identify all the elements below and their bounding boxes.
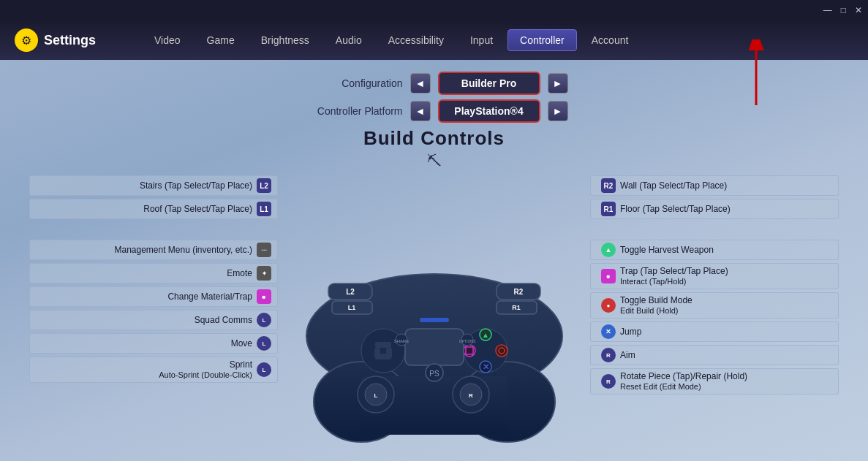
move-label: Move <box>231 338 252 348</box>
r3-badge-rotate: R <box>601 374 616 389</box>
svg-rect-17 <box>374 348 380 358</box>
header: ⚙ Settings Video Game Brightness Audio A… <box>0 20 868 60</box>
left-control-stairs: Stairs (Tap Select/Tap Place) L2 <box>29 175 278 196</box>
jump-label: Jump <box>620 327 641 337</box>
nav-account[interactable]: Account <box>580 30 641 50</box>
trap-label: Trap (Tap Select/Tap Place)Interact (Tap… <box>620 266 728 286</box>
minimize-button[interactable]: — <box>823 6 832 15</box>
left-control-squad: Squad Comms L <box>29 310 278 330</box>
svg-text:L: L <box>374 392 377 399</box>
svg-rect-18 <box>386 348 392 358</box>
triangle-badge: ▲ <box>601 243 616 257</box>
right-control-trap: ■ Trap (Tap Select/Tap Place)Interact (T… <box>590 263 839 289</box>
nav-video[interactable]: Video <box>143 30 192 50</box>
left-controls: Stairs (Tap Select/Tap Place) L2 Roof (T… <box>29 175 278 386</box>
right-controls: R2 Wall (Tap Select/Tap Place) R1 Floor … <box>590 175 839 397</box>
svg-text:R1: R1 <box>512 304 521 311</box>
svg-text:SHARE: SHARE <box>393 339 409 343</box>
material-label: Change Material/Trap <box>167 292 252 302</box>
left-control-move: Move L <box>29 333 278 354</box>
svg-text:▲: ▲ <box>482 331 489 339</box>
l3-badge-squad: L <box>257 313 271 327</box>
roof-label: Roof (Tap Select/Tap Place) <box>143 204 252 214</box>
management-label: Management Menu (inventory, etc.) <box>114 245 252 255</box>
svg-rect-15 <box>375 342 391 348</box>
main-content: Configuration ◄ Builder Pro ► Controller… <box>0 60 868 461</box>
nav-game[interactable]: Game <box>195 30 246 50</box>
svg-point-26 <box>496 345 507 357</box>
config-right-arrow[interactable]: ► <box>548 73 568 94</box>
l3-badge-sprint: L <box>257 362 271 377</box>
harvest-label: Toggle Harvest Weapon <box>620 245 714 255</box>
l1-badge: L1 <box>257 202 271 216</box>
app-logo: ⚙ Settings <box>15 28 96 52</box>
floor-label: Floor (Tap Select/Tap Place) <box>620 204 731 214</box>
left-control-sprint: SprintAuto-Sprint (Double-Click) L <box>29 357 278 383</box>
svg-rect-28 <box>405 329 464 365</box>
close-button[interactable]: ✕ <box>855 6 862 15</box>
title-bar: — □ ✕ <box>0 0 868 20</box>
l2-badge: L2 <box>257 178 271 193</box>
maximize-button[interactable]: □ <box>841 6 846 15</box>
build-mode-label: Toggle Build ModeEdit Build (Hold) <box>620 295 692 316</box>
app-title: Settings <box>44 33 96 48</box>
controller-diagram: L2 R2 L1 R1 <box>295 248 573 449</box>
left-control-management: Management Menu (inventory, etc.) ⋯ <box>29 240 278 260</box>
configuration-label: Configuration <box>301 77 403 89</box>
config-left-arrow[interactable]: ◄ <box>410 73 431 94</box>
platform-right-arrow[interactable]: ► <box>548 101 568 121</box>
configuration-value: Builder Pro <box>438 72 540 95</box>
svg-rect-41 <box>420 318 449 322</box>
nav-controller[interactable]: Controller <box>507 29 577 51</box>
rotate-label: Rotate Piece (Tap)/Repair (Hold)Reset Ed… <box>620 371 747 392</box>
nav-accessibility[interactable]: Accessibility <box>377 30 456 50</box>
svg-text:PS: PS <box>429 370 439 378</box>
right-control-wall: R2 Wall (Tap Select/Tap Place) <box>590 175 839 196</box>
right-control-rotate: R Rotate Piece (Tap)/Repair (Hold)Reset … <box>590 368 839 395</box>
controller-layout: Stairs (Tap Select/Tap Place) L2 Roof (T… <box>15 175 853 461</box>
build-controls-icon: ⛏ <box>15 153 853 169</box>
r2-badge: R2 <box>601 178 616 193</box>
right-control-aim: R Aim <box>590 345 839 365</box>
stairs-label: Stairs (Tap Select/Tap Place) <box>140 180 252 191</box>
platform-row: Controller Platform ◄ PlayStation®4 ► <box>15 99 853 123</box>
share-badge: ✦ <box>257 266 271 281</box>
l3-badge-move: L <box>257 336 271 351</box>
svg-text:OPTIONS: OPTIONS <box>458 339 475 343</box>
square-badge: ■ <box>257 289 271 304</box>
right-control-build-mode: ● Toggle Build ModeEdit Build (Hold) <box>590 292 839 319</box>
wall-label: Wall (Tap Select/Tap Place) <box>620 180 727 191</box>
platform-label: Controller Platform <box>301 105 403 117</box>
nav-input[interactable]: Input <box>458 30 505 50</box>
right-control-jump: ✕ Jump <box>590 321 839 342</box>
left-control-emote: Emote ✦ <box>29 263 278 283</box>
r3-badge-aim: R <box>601 348 616 362</box>
right-control-floor: R1 Floor (Tap Select/Tap Place) <box>590 199 839 219</box>
configuration-row: Configuration ◄ Builder Pro ► <box>15 72 853 95</box>
nav-brightness[interactable]: Brightness <box>249 30 321 50</box>
svg-text:L1: L1 <box>347 304 355 311</box>
svg-text:R2: R2 <box>513 288 523 296</box>
options-badge: ⋯ <box>257 243 271 257</box>
right-control-harvest: ▲ Toggle Harvest Weapon <box>590 240 839 260</box>
logo-icon: ⚙ <box>15 28 38 52</box>
squad-label: Squad Comms <box>195 315 252 325</box>
left-control-roof: Roof (Tap Select/Tap Place) L1 <box>29 199 278 219</box>
left-control-material: Change Material/Trap ■ <box>29 286 278 307</box>
sprint-label: SprintAuto-Sprint (Double-Click) <box>159 359 252 380</box>
svg-text:L2: L2 <box>346 288 355 296</box>
nav-audio[interactable]: Audio <box>324 30 374 50</box>
r1-badge: R1 <box>601 202 616 216</box>
build-mode-badge: ● <box>601 298 616 313</box>
svg-text:✕: ✕ <box>482 362 488 371</box>
cross-badge: ✕ <box>601 324 616 339</box>
platform-left-arrow[interactable]: ◄ <box>410 101 431 121</box>
aim-label: Aim <box>620 350 635 360</box>
trap-badge: ■ <box>601 269 616 283</box>
svg-text:R: R <box>469 392 473 399</box>
platform-value: PlayStation®4 <box>438 99 540 123</box>
build-controls-title: Build Controls <box>15 127 853 150</box>
emote-label: Emote <box>227 268 252 278</box>
